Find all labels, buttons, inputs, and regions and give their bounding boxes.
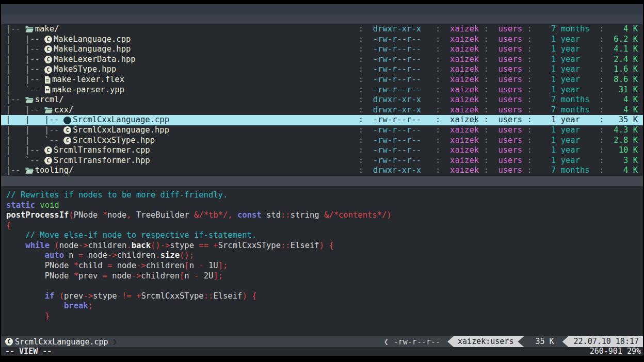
- file-tree-pane[interactable]: |-- make/:drwxr-xr-x:xaizek:users:7 mont…: [1, 24, 643, 176]
- column-separator: :: [527, 55, 532, 65]
- column-separator: :: [359, 85, 363, 95]
- column-separator: :: [436, 136, 440, 146]
- file-group: users: [498, 166, 522, 176]
- cpp-file-icon: C: [44, 66, 52, 74]
- column-separator: :: [359, 24, 363, 35]
- tree-row[interactable]: | |-- make-lexer.flex:-rw-r--r--:xaizek:…: [1, 75, 643, 85]
- column-separator: :: [599, 95, 604, 105]
- cpp-file-icon: C: [44, 146, 52, 154]
- column-separator: :: [436, 35, 440, 45]
- tree-branch-lines: | | |--: [1, 125, 63, 136]
- column-separator: :: [484, 24, 488, 35]
- column-separator: :: [359, 64, 363, 75]
- terminal-screen: [1:zs][2:uncov][3:vifm] [tree] @ ~/dev/p…: [0, 0, 644, 362]
- column-separator: :: [359, 55, 363, 65]
- tree-row[interactable]: | |-- CMakeLexerData.hpp:-rw-r--r--:xaiz…: [1, 55, 643, 65]
- file-mtime: 1 year: [551, 115, 590, 125]
- column-separator: :: [527, 44, 532, 55]
- current-path-bar: [tree] @ ~/dev/projects/cxx11/zograscope: [1, 14, 643, 24]
- file-group: users: [498, 95, 522, 105]
- file-group: users: [498, 64, 522, 75]
- file-permissions: -rw-r--r--: [373, 156, 421, 166]
- column-separator: :: [527, 125, 532, 136]
- file-name: make-lexer.flex: [52, 75, 124, 85]
- column-separator: :: [359, 156, 363, 166]
- tree-row[interactable]: |-- srcml/:drwxr-xr-x:xaizek:users:7 mon…: [1, 95, 643, 105]
- tree-row[interactable]: | |-- CMakeSType.hpp:-rw-r--r--:xaizek:u…: [1, 64, 643, 75]
- file-permissions: -rw-r--r--: [373, 145, 421, 156]
- file-permissions: drwxr-xr-x: [373, 166, 421, 176]
- file-size: 1.6 K: [614, 64, 638, 75]
- column-separator: :: [359, 115, 363, 125]
- tree-branch-lines: | |--: [1, 64, 44, 75]
- file-name: MakeLanguage.hpp: [54, 44, 131, 55]
- statusbar-owner-group: xaizek:users: [447, 336, 524, 347]
- column-separator: :: [527, 64, 532, 75]
- file-group: users: [498, 55, 522, 65]
- document-icon: [44, 86, 51, 93]
- column-separator: :: [599, 115, 604, 125]
- file-mtime: 1 year: [551, 75, 590, 85]
- tree-branch-lines: |--: [1, 24, 25, 35]
- tree-row[interactable]: | | `-- CSrcmlCxxSType.hpp:-rw-r--r--:xa…: [1, 136, 643, 146]
- column-separator: :: [359, 95, 363, 105]
- file-group: users: [498, 85, 522, 95]
- column-separator: :: [436, 145, 440, 156]
- tree-row[interactable]: | `-- make-parser.ypp:-rw-r--r--:xaizek:…: [1, 85, 643, 95]
- file-owner: xaizek: [450, 24, 479, 35]
- file-group: users: [498, 105, 522, 116]
- code-line: PNode *prev = node->children[n - 2U];: [6, 271, 643, 282]
- file-mtime: 1 year: [551, 156, 590, 166]
- column-separator: :: [527, 156, 532, 166]
- file-owner: xaizek: [450, 44, 479, 55]
- file-size: 4.3 K: [614, 125, 638, 136]
- column-separator: :: [436, 64, 440, 75]
- column-separator: :: [484, 44, 488, 55]
- file-owner: xaizek: [450, 64, 479, 75]
- chevron-left-icon: ❮: [384, 337, 389, 347]
- column-separator: :: [436, 85, 440, 95]
- tree-row[interactable]: | |-- CMakeLanguage.hpp:-rw-r--r--:xaize…: [1, 44, 643, 55]
- folder-open-icon: [25, 167, 34, 174]
- code-line: }: [6, 311, 643, 322]
- file-name: SrcmlTransformer.hpp: [54, 156, 150, 166]
- file-mtime: 1 year: [551, 35, 590, 45]
- status-bar: CSrcmlCxxLanguage.cpp❯ ❮ -rw-r--r-- xaiz…: [1, 336, 643, 347]
- column-separator: :: [527, 35, 532, 45]
- tree-branch-lines: |--: [1, 166, 25, 176]
- tree-row[interactable]: | |-- cxx/:drwxr-xr-x:xaizek:users:7 mon…: [1, 105, 643, 116]
- file-name: make-parser.ypp: [52, 85, 124, 95]
- file-owner: xaizek: [450, 145, 479, 156]
- cpp-file-icon: C: [63, 117, 71, 124]
- column-separator: :: [599, 125, 604, 136]
- file-size: 6.2 K: [614, 35, 638, 45]
- file-mtime: 1 year: [551, 136, 590, 146]
- tree-row[interactable]: |-- make/:drwxr-xr-x:xaizek:users:7 mont…: [1, 24, 643, 35]
- column-separator: :: [599, 64, 604, 75]
- tree-row[interactable]: | | |-- CSrcmlCxxLanguage.cpp:-rw-r--r--…: [1, 115, 643, 125]
- tree-row[interactable]: | `-- CSrcmlTransformer.hpp:-rw-r--r--:x…: [1, 156, 643, 166]
- file-mtime: 7 months: [551, 95, 590, 105]
- statusbar-size: 35 K: [524, 336, 562, 347]
- column-separator: :: [484, 145, 488, 156]
- tree-row[interactable]: | |-- CSrcmlTransformer.cpp:-rw-r--r--:x…: [1, 145, 643, 156]
- chevron-right-icon: ❯: [112, 337, 117, 347]
- cpp-file-icon: C: [44, 56, 52, 63]
- code-line: PNode *child = node->children[n - 1U];: [6, 261, 643, 271]
- code-line: {: [6, 221, 643, 231]
- column-separator: :: [436, 105, 440, 116]
- tree-row[interactable]: | | |-- CSrcmlCxxLanguage.hpp:-rw-r--r--…: [1, 125, 643, 136]
- tree-row[interactable]: |-- tooling/:drwxr-xr-x:xaizek:users:7 m…: [1, 166, 643, 176]
- file-group: users: [498, 156, 522, 166]
- cpp-file-icon: C: [44, 36, 52, 43]
- tree-row[interactable]: | |-- CMakeLanguage.cpp:-rw-r--r--:xaize…: [1, 35, 643, 45]
- file-preview-pane: // Rewrites if nodes to be more diff-fri…: [1, 186, 643, 336]
- mode-line: -- VIEW -- 260-901 29%: [1, 347, 643, 356]
- file-group: users: [498, 35, 522, 45]
- file-size: 35 K: [614, 115, 638, 125]
- file-permissions: drwxr-xr-x: [373, 95, 421, 105]
- file-size: 4 K: [614, 95, 638, 105]
- column-separator: :: [527, 105, 532, 116]
- column-separator: :: [599, 35, 604, 45]
- file-permissions: -rw-r--r--: [373, 44, 421, 55]
